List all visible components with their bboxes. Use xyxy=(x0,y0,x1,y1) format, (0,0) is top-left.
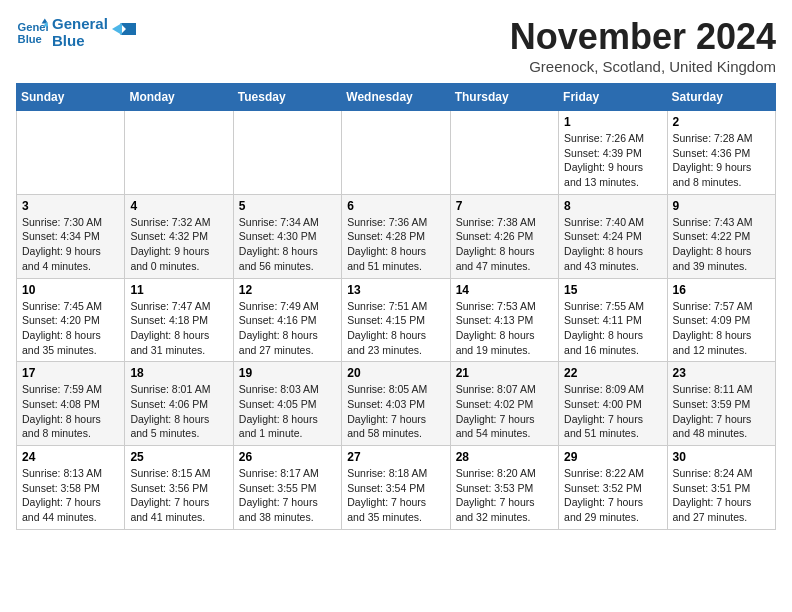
day-info: Sunrise: 7:51 AM Sunset: 4:15 PM Dayligh… xyxy=(347,299,444,358)
calendar-cell: 28Sunrise: 8:20 AM Sunset: 3:53 PM Dayli… xyxy=(450,446,558,530)
day-info: Sunrise: 8:24 AM Sunset: 3:51 PM Dayligh… xyxy=(673,466,770,525)
weekday-header: Sunday xyxy=(17,84,125,111)
svg-marker-5 xyxy=(112,23,122,35)
day-number: 16 xyxy=(673,283,770,297)
day-number: 18 xyxy=(130,366,227,380)
day-number: 17 xyxy=(22,366,119,380)
day-number: 29 xyxy=(564,450,661,464)
day-number: 2 xyxy=(673,115,770,129)
calendar-cell xyxy=(17,111,125,195)
day-number: 15 xyxy=(564,283,661,297)
day-info: Sunrise: 8:03 AM Sunset: 4:05 PM Dayligh… xyxy=(239,382,336,441)
calendar-cell: 10Sunrise: 7:45 AM Sunset: 4:20 PM Dayli… xyxy=(17,278,125,362)
day-number: 3 xyxy=(22,199,119,213)
calendar-cell: 24Sunrise: 8:13 AM Sunset: 3:58 PM Dayli… xyxy=(17,446,125,530)
calendar-cell: 4Sunrise: 7:32 AM Sunset: 4:32 PM Daylig… xyxy=(125,194,233,278)
day-info: Sunrise: 8:09 AM Sunset: 4:00 PM Dayligh… xyxy=(564,382,661,441)
calendar-cell: 16Sunrise: 7:57 AM Sunset: 4:09 PM Dayli… xyxy=(667,278,775,362)
day-info: Sunrise: 7:26 AM Sunset: 4:39 PM Dayligh… xyxy=(564,131,661,190)
calendar-cell: 3Sunrise: 7:30 AM Sunset: 4:34 PM Daylig… xyxy=(17,194,125,278)
calendar-cell: 8Sunrise: 7:40 AM Sunset: 4:24 PM Daylig… xyxy=(559,194,667,278)
day-number: 21 xyxy=(456,366,553,380)
calendar-cell xyxy=(342,111,450,195)
day-info: Sunrise: 8:17 AM Sunset: 3:55 PM Dayligh… xyxy=(239,466,336,525)
calendar-cell: 14Sunrise: 7:53 AM Sunset: 4:13 PM Dayli… xyxy=(450,278,558,362)
month-title: November 2024 xyxy=(510,16,776,58)
day-info: Sunrise: 8:20 AM Sunset: 3:53 PM Dayligh… xyxy=(456,466,553,525)
day-info: Sunrise: 7:49 AM Sunset: 4:16 PM Dayligh… xyxy=(239,299,336,358)
calendar-header-row: SundayMondayTuesdayWednesdayThursdayFrid… xyxy=(17,84,776,111)
calendar-cell: 12Sunrise: 7:49 AM Sunset: 4:16 PM Dayli… xyxy=(233,278,341,362)
day-info: Sunrise: 7:57 AM Sunset: 4:09 PM Dayligh… xyxy=(673,299,770,358)
logo-icon: General Blue xyxy=(16,17,48,49)
day-number: 8 xyxy=(564,199,661,213)
day-number: 30 xyxy=(673,450,770,464)
calendar-cell: 30Sunrise: 8:24 AM Sunset: 3:51 PM Dayli… xyxy=(667,446,775,530)
day-info: Sunrise: 7:47 AM Sunset: 4:18 PM Dayligh… xyxy=(130,299,227,358)
day-number: 7 xyxy=(456,199,553,213)
calendar-cell xyxy=(125,111,233,195)
svg-text:Blue: Blue xyxy=(18,32,42,44)
day-info: Sunrise: 7:38 AM Sunset: 4:26 PM Dayligh… xyxy=(456,215,553,274)
day-number: 11 xyxy=(130,283,227,297)
day-info: Sunrise: 8:11 AM Sunset: 3:59 PM Dayligh… xyxy=(673,382,770,441)
day-info: Sunrise: 8:01 AM Sunset: 4:06 PM Dayligh… xyxy=(130,382,227,441)
day-number: 13 xyxy=(347,283,444,297)
calendar-cell: 6Sunrise: 7:36 AM Sunset: 4:28 PM Daylig… xyxy=(342,194,450,278)
calendar-cell: 17Sunrise: 7:59 AM Sunset: 4:08 PM Dayli… xyxy=(17,362,125,446)
day-number: 25 xyxy=(130,450,227,464)
calendar-week-row: 24Sunrise: 8:13 AM Sunset: 3:58 PM Dayli… xyxy=(17,446,776,530)
title-area: November 2024 Greenock, Scotland, United… xyxy=(510,16,776,75)
calendar-cell: 29Sunrise: 8:22 AM Sunset: 3:52 PM Dayli… xyxy=(559,446,667,530)
day-info: Sunrise: 7:34 AM Sunset: 4:30 PM Dayligh… xyxy=(239,215,336,274)
calendar-week-row: 10Sunrise: 7:45 AM Sunset: 4:20 PM Dayli… xyxy=(17,278,776,362)
day-info: Sunrise: 8:13 AM Sunset: 3:58 PM Dayligh… xyxy=(22,466,119,525)
calendar-cell: 2Sunrise: 7:28 AM Sunset: 4:36 PM Daylig… xyxy=(667,111,775,195)
day-number: 12 xyxy=(239,283,336,297)
calendar-cell: 18Sunrise: 8:01 AM Sunset: 4:06 PM Dayli… xyxy=(125,362,233,446)
logo-blue: Blue xyxy=(52,33,108,50)
header: General Blue General Blue November 2024 … xyxy=(16,16,776,75)
day-info: Sunrise: 7:40 AM Sunset: 4:24 PM Dayligh… xyxy=(564,215,661,274)
day-info: Sunrise: 8:22 AM Sunset: 3:52 PM Dayligh… xyxy=(564,466,661,525)
day-info: Sunrise: 8:05 AM Sunset: 4:03 PM Dayligh… xyxy=(347,382,444,441)
weekday-header: Friday xyxy=(559,84,667,111)
day-info: Sunrise: 7:55 AM Sunset: 4:11 PM Dayligh… xyxy=(564,299,661,358)
day-number: 23 xyxy=(673,366,770,380)
calendar-week-row: 17Sunrise: 7:59 AM Sunset: 4:08 PM Dayli… xyxy=(17,362,776,446)
calendar-cell: 15Sunrise: 7:55 AM Sunset: 4:11 PM Dayli… xyxy=(559,278,667,362)
day-info: Sunrise: 8:15 AM Sunset: 3:56 PM Dayligh… xyxy=(130,466,227,525)
day-number: 27 xyxy=(347,450,444,464)
calendar-table: SundayMondayTuesdayWednesdayThursdayFrid… xyxy=(16,83,776,530)
calendar-cell: 23Sunrise: 8:11 AM Sunset: 3:59 PM Dayli… xyxy=(667,362,775,446)
day-number: 24 xyxy=(22,450,119,464)
location-subtitle: Greenock, Scotland, United Kingdom xyxy=(510,58,776,75)
day-number: 10 xyxy=(22,283,119,297)
calendar-cell: 27Sunrise: 8:18 AM Sunset: 3:54 PM Dayli… xyxy=(342,446,450,530)
calendar-cell: 11Sunrise: 7:47 AM Sunset: 4:18 PM Dayli… xyxy=(125,278,233,362)
weekday-header: Saturday xyxy=(667,84,775,111)
calendar-cell: 26Sunrise: 8:17 AM Sunset: 3:55 PM Dayli… xyxy=(233,446,341,530)
day-number: 1 xyxy=(564,115,661,129)
calendar-cell: 5Sunrise: 7:34 AM Sunset: 4:30 PM Daylig… xyxy=(233,194,341,278)
day-number: 26 xyxy=(239,450,336,464)
day-number: 5 xyxy=(239,199,336,213)
day-number: 4 xyxy=(130,199,227,213)
calendar-cell xyxy=(233,111,341,195)
weekday-header: Thursday xyxy=(450,84,558,111)
day-info: Sunrise: 7:28 AM Sunset: 4:36 PM Dayligh… xyxy=(673,131,770,190)
calendar-week-row: 3Sunrise: 7:30 AM Sunset: 4:34 PM Daylig… xyxy=(17,194,776,278)
calendar-cell xyxy=(450,111,558,195)
calendar-week-row: 1Sunrise: 7:26 AM Sunset: 4:39 PM Daylig… xyxy=(17,111,776,195)
day-info: Sunrise: 7:59 AM Sunset: 4:08 PM Dayligh… xyxy=(22,382,119,441)
weekday-header: Wednesday xyxy=(342,84,450,111)
weekday-header: Monday xyxy=(125,84,233,111)
day-info: Sunrise: 7:30 AM Sunset: 4:34 PM Dayligh… xyxy=(22,215,119,274)
day-info: Sunrise: 7:45 AM Sunset: 4:20 PM Dayligh… xyxy=(22,299,119,358)
day-number: 20 xyxy=(347,366,444,380)
logo-arrow-icon xyxy=(112,23,136,43)
day-info: Sunrise: 7:32 AM Sunset: 4:32 PM Dayligh… xyxy=(130,215,227,274)
day-info: Sunrise: 8:18 AM Sunset: 3:54 PM Dayligh… xyxy=(347,466,444,525)
calendar-body: 1Sunrise: 7:26 AM Sunset: 4:39 PM Daylig… xyxy=(17,111,776,530)
calendar-cell: 13Sunrise: 7:51 AM Sunset: 4:15 PM Dayli… xyxy=(342,278,450,362)
